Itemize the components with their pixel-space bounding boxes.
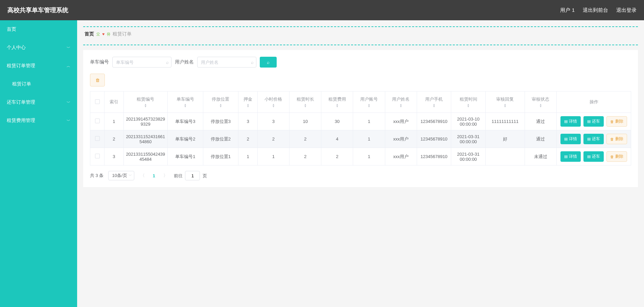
search-icon: ⌕ bbox=[267, 60, 270, 65]
cell-fee: 2 bbox=[321, 148, 353, 165]
page-size-select[interactable]: 10条/页 ﹀ bbox=[108, 171, 134, 180]
cell-account: 1 bbox=[353, 148, 385, 165]
detail-button[interactable]: ▤ 详情 bbox=[560, 116, 581, 127]
doc-icon: ▤ bbox=[564, 137, 568, 141]
cell-username: xxx用户 bbox=[385, 148, 417, 165]
cell-time: 2021-03-31 00:00:00 bbox=[451, 130, 485, 148]
cell-rent-no: 2021331155042439454​84 bbox=[123, 148, 167, 165]
bike-no-input-wrap: ⌕ bbox=[112, 57, 171, 68]
cell-phone: 12345678910 bbox=[417, 130, 451, 148]
sort-icon[interactable]: ▲▼ bbox=[336, 104, 339, 108]
cell-status: 通过 bbox=[525, 130, 556, 148]
sidebar-item-label: 个人中心 bbox=[7, 45, 26, 51]
table-row: 32021331155042439454​84单车编号1停放位置111221xx… bbox=[90, 148, 631, 165]
sort-icon[interactable]: ▲▼ bbox=[399, 104, 402, 108]
sidebar-item-label: 租赁费用管理 bbox=[7, 118, 35, 124]
table-row: 12021391457323829932​9单车编号3停放位置33310301x… bbox=[90, 113, 631, 130]
cell-fee: 30 bbox=[321, 113, 353, 130]
pagination: 共 3 条 10条/页 ﹀ 〈 1 〉 前往 页 bbox=[90, 171, 631, 180]
col-phone: 用户手机▲▼ bbox=[417, 92, 451, 113]
row-checkbox[interactable] bbox=[95, 119, 100, 123]
sidebar-item-rent-orders[interactable]: 租赁订单 bbox=[0, 75, 77, 93]
user-name-input-wrap: ⌕ bbox=[197, 57, 256, 68]
next-page-button[interactable]: 〉 bbox=[162, 173, 169, 179]
row-checkbox[interactable] bbox=[95, 136, 100, 141]
table-row: 22021331152431661548​60单车编号2停放位置222241xx… bbox=[90, 130, 631, 148]
cell-deposit: 3 bbox=[238, 113, 258, 130]
cell-index: 3 bbox=[105, 148, 124, 165]
cell-time: 2021-03-10 00:00:00 bbox=[451, 113, 485, 130]
cell-deposit: 2 bbox=[238, 130, 258, 148]
cell-rent-no: 2021391457323829932​9 bbox=[123, 113, 167, 130]
sort-icon[interactable]: ▲▼ bbox=[539, 104, 542, 108]
sidebar-item-return-mgmt[interactable]: 还车订单管理 ﹀ bbox=[0, 93, 77, 111]
sidebar: 首页 个人中心 ﹀ 租赁订单管理 ︿ 租赁订单 还车订单管理 ﹀ 租赁费用管理 … bbox=[0, 20, 77, 307]
header-actions: 用户 1 退出到前台 退出登录 bbox=[560, 7, 637, 14]
col-fee: 租赁费用▲▼ bbox=[321, 92, 353, 113]
trash-icon: 🗑 bbox=[610, 120, 614, 124]
detail-button[interactable]: ▤ 详情 bbox=[560, 151, 581, 162]
chevron-up-icon: ︿ bbox=[67, 63, 70, 69]
sort-icon[interactable]: ▲▼ bbox=[467, 104, 470, 108]
header-user[interactable]: 用户 1 bbox=[560, 7, 575, 14]
user-name-input[interactable] bbox=[197, 57, 256, 68]
app-header: 高校共享单车管理系统 用户 1 退出到前台 退出登录 bbox=[0, 0, 644, 20]
cell-price: 2 bbox=[257, 130, 289, 148]
search-suffix-icon: ⌕ bbox=[251, 60, 254, 65]
cell-reply: 好 bbox=[485, 130, 525, 148]
sort-icon[interactable]: ▲▼ bbox=[504, 104, 506, 108]
return-button[interactable]: ▤ 还车 bbox=[583, 134, 604, 144]
delete-button[interactable]: 🗑 删除 bbox=[606, 134, 627, 144]
col-bike-no: 单车编号▲▼ bbox=[167, 92, 203, 113]
bike-no-input[interactable] bbox=[112, 57, 171, 68]
table-header-row: 索引 租赁编号▲▼ 单车编号▲▼ 停放位置▲▼ 押金▲▼ 小时价格▲▼ 租赁时长… bbox=[90, 92, 631, 113]
cell-reply: 11111111111 bbox=[485, 113, 525, 130]
sidebar-item-label: 首页 bbox=[7, 26, 16, 32]
bulk-delete-button[interactable]: 🗑 bbox=[90, 74, 105, 86]
chevron-down-icon: ﹀ bbox=[67, 100, 70, 105]
sort-icon[interactable]: ▲▼ bbox=[304, 104, 307, 108]
sidebar-item-rent-mgmt[interactable]: 租赁订单管理 ︿ bbox=[0, 57, 77, 75]
delete-button[interactable]: 🗑 删除 bbox=[606, 151, 627, 162]
breadcrumb-sep-right: 유 bbox=[107, 31, 111, 37]
page-jump-input[interactable] bbox=[185, 171, 200, 180]
select-all-checkbox[interactable] bbox=[95, 99, 100, 104]
chevron-down-icon: ﹀ bbox=[67, 118, 70, 123]
col-account: 用户账号▲▼ bbox=[353, 92, 385, 113]
cell-phone: 12345678910 bbox=[417, 113, 451, 130]
breadcrumb-wrap: 首页 오 ♥ 유 租赁订单 bbox=[83, 26, 638, 45]
cell-phone: 12345678910 bbox=[417, 148, 451, 165]
delete-button[interactable]: 🗑 删除 bbox=[606, 116, 627, 127]
return-button[interactable]: ▤ 还车 bbox=[583, 151, 604, 162]
page-number[interactable]: 1 bbox=[151, 173, 157, 178]
cell-location: 停放位置2 bbox=[203, 130, 238, 148]
logout-link[interactable]: 退出登录 bbox=[616, 7, 637, 14]
sidebar-item-personal[interactable]: 个人中心 ﹀ bbox=[0, 39, 77, 57]
col-reply: 审核回复▲▼ bbox=[485, 92, 525, 113]
sort-icon[interactable]: ▲▼ bbox=[144, 104, 147, 108]
cell-duration: 2 bbox=[290, 130, 321, 148]
sort-icon[interactable]: ▲▼ bbox=[368, 104, 370, 108]
cell-bike-no: 单车编号3 bbox=[167, 113, 203, 130]
row-checkbox[interactable] bbox=[95, 154, 100, 158]
sort-icon[interactable]: ▲▼ bbox=[272, 104, 275, 108]
col-rent-no: 租赁编号▲▼ bbox=[123, 92, 167, 113]
sort-icon[interactable]: ▲▼ bbox=[433, 104, 435, 108]
breadcrumb: 首页 오 ♥ 유 租赁订单 bbox=[85, 31, 637, 37]
search-button[interactable]: ⌕ bbox=[260, 57, 277, 68]
to-front-link[interactable]: 退出到前台 bbox=[583, 7, 608, 14]
detail-button[interactable]: ▤ 详情 bbox=[560, 134, 581, 144]
sidebar-item-home[interactable]: 首页 bbox=[0, 20, 77, 39]
sidebar-item-fee-mgmt[interactable]: 租赁费用管理 ﹀ bbox=[0, 111, 77, 130]
cell-account: 1 bbox=[353, 113, 385, 130]
return-button[interactable]: ▤ 还车 bbox=[583, 116, 604, 127]
breadcrumb-home[interactable]: 首页 bbox=[85, 31, 94, 37]
pagination-total: 共 3 条 bbox=[90, 173, 104, 179]
sort-icon[interactable]: ▲▼ bbox=[247, 104, 249, 108]
sort-icon[interactable]: ▲▼ bbox=[184, 104, 187, 108]
prev-page-button[interactable]: 〈 bbox=[139, 173, 146, 179]
col-actions: 操作 bbox=[557, 92, 631, 113]
cell-reply bbox=[485, 148, 525, 165]
doc-icon: ▤ bbox=[587, 137, 591, 141]
sort-icon[interactable]: ▲▼ bbox=[220, 104, 222, 108]
